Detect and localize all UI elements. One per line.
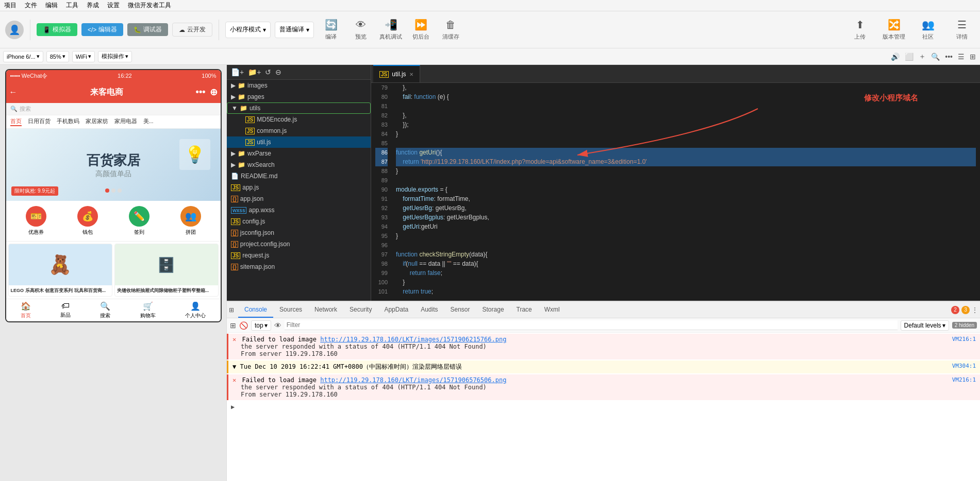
phone-icon-coupon[interactable]: 🎫 优惠券 <box>26 206 46 236</box>
tree-item-md5encode[interactable]: JS MD5Encode.js <box>227 114 371 125</box>
version-button[interactable]: 🔀 版本管理 <box>881 19 907 41</box>
tree-item-projectconfig[interactable]: {} project.config.json <box>227 238 371 250</box>
compile-dropdown[interactable]: 普通编译 ▾ <box>275 22 314 38</box>
tree-item-wxparse[interactable]: ▶ 📁 wxParse <box>227 148 371 159</box>
tree-item-util[interactable]: JS util.js ← <box>227 136 371 148</box>
zoom-selector[interactable]: 85% ▾ <box>46 51 69 62</box>
wifi-selector[interactable]: WiFi ▾ <box>72 51 95 62</box>
phone-cat-digital[interactable]: 手机数码 <box>57 117 79 126</box>
debugger-button[interactable]: 🐛 调试器 <box>127 23 168 36</box>
preview-button[interactable]: 👁 预览 <box>348 19 374 41</box>
console-sidebar-toggle[interactable]: ⊞ <box>230 321 236 330</box>
tree-item-readme[interactable]: 📄 README.md <box>227 170 371 182</box>
tree-item-sitemap[interactable]: {} sitemap.json <box>227 261 371 272</box>
phone-share-icon[interactable]: ⊕ <box>210 87 218 98</box>
tree-item-requestjs[interactable]: JS request.js <box>227 250 371 261</box>
menu-item-cultivate[interactable]: 养成 <box>87 1 99 10</box>
phone-icon-checkin[interactable]: ✏️ 签到 <box>129 206 150 236</box>
tree-item-jsconfig[interactable]: {} jsconfig.json <box>227 227 371 238</box>
sim-ops-selector[interactable]: 模拟操作 ▾ <box>98 51 132 62</box>
phone-cat-home2[interactable]: 家居家纺 <box>86 117 108 126</box>
context-dropdown[interactable]: top ▾ <box>251 320 271 331</box>
menu-item-file[interactable]: 文件 <box>25 1 37 10</box>
error-file-1[interactable]: VM216:1 <box>952 336 976 342</box>
phone-product-1[interactable]: 🧸 LEGO 乐高积木 创意百变系列 玩具和百货商... <box>8 244 112 297</box>
console-filter-input[interactable] <box>285 320 898 330</box>
group-expand-icon[interactable]: ▼ <box>232 363 236 370</box>
devtools-tab-wxml[interactable]: Wxml <box>538 302 566 318</box>
phone-nav-home[interactable]: 🏠 首页 <box>21 301 31 319</box>
tree-item-images[interactable]: ▶ 📁 images <box>227 80 371 91</box>
panel-icon[interactable]: ⊞ <box>969 51 977 62</box>
menu-item-devtool[interactable]: 微信开发者工具 <box>128 1 171 10</box>
tree-item-configjs[interactable]: JS config.js <box>227 216 371 227</box>
phone-cat-appliance[interactable]: 家用电器 <box>114 117 137 126</box>
devtools-tab-network[interactable]: Network <box>308 302 343 318</box>
console-expand-more[interactable]: ▶ <box>227 401 980 413</box>
menu-item-tools[interactable]: 工具 <box>66 1 78 10</box>
phone-icon-group[interactable]: 👥 拼团 <box>180 206 201 236</box>
devtools-tab-sensor[interactable]: Sensor <box>444 302 476 318</box>
devtools-tab-storage[interactable]: Storage <box>476 302 510 318</box>
error-file-2[interactable]: VM216:1 <box>952 376 976 383</box>
phone-nav-cart[interactable]: 🛒 购物车 <box>140 301 156 319</box>
levels-dropdown[interactable]: Default levels ▾ <box>901 320 949 331</box>
menu-item-edit[interactable]: 编辑 <box>45 1 58 10</box>
devtools-tab-console[interactable]: Console <box>238 302 273 318</box>
tree-item-common[interactable]: JS common.js <box>227 125 371 136</box>
error-link-1[interactable]: http://119.29.178.160/LKT/images/1571906… <box>320 336 506 343</box>
console-clear-icon[interactable]: 🚫 <box>239 321 248 330</box>
device-selector[interactable]: iPhone 6/... ▾ <box>3 51 43 62</box>
tree-new-folder-icon[interactable]: 📁+ <box>247 67 262 77</box>
tree-item-appwxss[interactable]: wxss app.wxss <box>227 204 371 216</box>
clearcache-button[interactable]: 🗑 清缓存 <box>438 19 463 41</box>
phone-nav-profile[interactable]: 👤 个人中心 <box>185 301 206 319</box>
avatar[interactable]: 👤 <box>5 21 24 39</box>
tree-refresh-icon[interactable]: ↺ <box>264 67 272 77</box>
phone-cat-home[interactable]: 首页 <box>10 117 22 126</box>
devtools-tab-appdata[interactable]: AppData <box>378 302 414 318</box>
phone-product-2[interactable]: 🗄️ 夹缝收纳柜抽屉式间隙储物柜子塑料窄整箱... <box>114 244 219 297</box>
phone-back-icon[interactable]: ← <box>9 88 18 97</box>
fullscreen-icon[interactable]: ⬜ <box>904 51 915 62</box>
phone-cat-more[interactable]: 美... <box>143 117 154 126</box>
editor-button[interactable]: </> 编辑器 <box>81 23 123 36</box>
editor-tab-util[interactable]: JS util.js ✕ <box>373 65 420 82</box>
devtools-tab-security[interactable]: Security <box>343 302 378 318</box>
list-icon[interactable]: ☰ <box>957 51 966 62</box>
mode-dropdown[interactable]: 小程序模式 ▾ <box>225 22 271 38</box>
tree-item-wxsearch[interactable]: ▶ 📁 wxSearch <box>227 159 371 170</box>
phone-icon-wallet[interactable]: 💰 钱包 <box>77 206 98 236</box>
phone-nav-search[interactable]: 🔍 搜索 <box>100 301 110 319</box>
cloud-dev-button[interactable]: ☁ 云开发 <box>172 23 212 37</box>
menu-item-settings[interactable]: 设置 <box>107 1 120 10</box>
details-button[interactable]: ☰ 详情 <box>949 19 975 41</box>
add-tab-icon[interactable]: ＋ <box>918 51 927 62</box>
more-icon[interactable]: ••• <box>944 51 954 62</box>
realtest-button[interactable]: 📲 真机调试 <box>378 19 404 41</box>
devtools-tab-sources[interactable]: Sources <box>273 302 308 318</box>
simulator-button[interactable]: 📱 模拟器 <box>37 23 77 36</box>
switchback-button[interactable]: ⏩ 切后台 <box>408 19 434 41</box>
upload-button[interactable]: ⬆ 上传 <box>847 19 873 41</box>
devtools-more-icon[interactable]: ⋮ <box>972 306 978 314</box>
devtools-tab-audits[interactable]: Audits <box>414 302 444 318</box>
refresh-button[interactable]: 🔄 编译 <box>318 19 344 41</box>
tree-item-appjson[interactable]: {} app.json <box>227 193 371 204</box>
tree-item-utils[interactable]: ▼ 📁 utils <box>227 102 371 114</box>
devtools-tab-trace[interactable]: Trace <box>510 302 538 318</box>
community-button[interactable]: 👥 社区 <box>915 19 941 41</box>
search-icon[interactable]: 🔍 <box>930 51 941 62</box>
devtools-sidebar-icon[interactable]: ⊞ <box>229 306 234 314</box>
tree-item-appjs[interactable]: JS app.js <box>227 182 371 193</box>
console-eye-icon[interactable]: 👁 <box>274 321 281 330</box>
volume-icon[interactable]: 🔊 <box>890 51 901 62</box>
error-link-2[interactable]: http://119.29.178.160/LKT/images/1571906… <box>320 376 506 384</box>
menu-item-project[interactable]: 项目 <box>4 1 16 10</box>
phone-menu-icon[interactable]: ••• <box>196 87 206 98</box>
tab-close-icon[interactable]: ✕ <box>409 72 413 77</box>
tree-collapse-icon[interactable]: ⊖ <box>274 67 283 77</box>
group-file-ref[interactable]: VM304:1 <box>952 363 976 369</box>
phone-search-bar[interactable]: 🔍 搜索 <box>6 103 221 115</box>
phone-nav-new[interactable]: 🏷 新品 <box>60 301 71 319</box>
